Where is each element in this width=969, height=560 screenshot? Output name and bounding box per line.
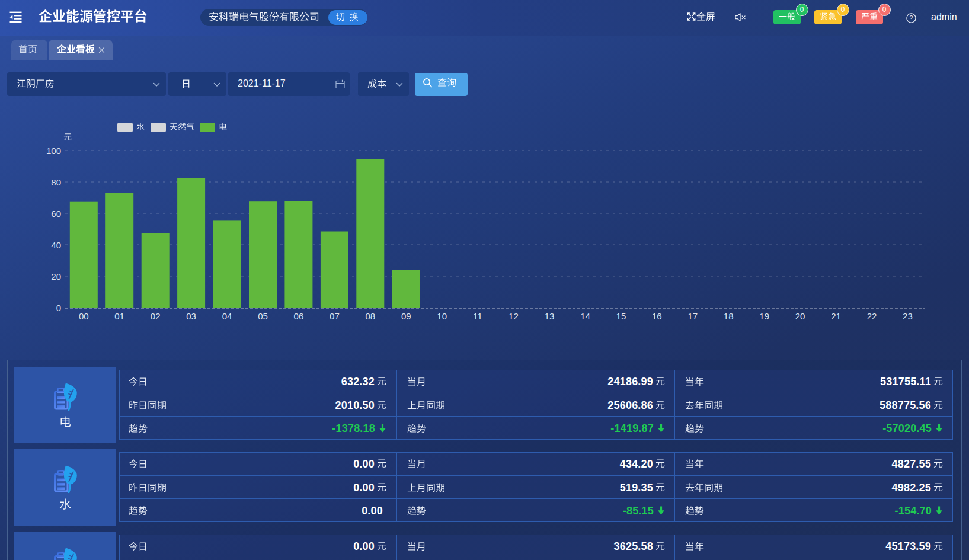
svg-text:20: 20: [51, 271, 61, 281]
svg-text:03: 03: [186, 311, 196, 321]
svg-text:00: 00: [79, 311, 89, 321]
svg-text:10: 10: [437, 311, 447, 321]
svg-text:17: 17: [687, 311, 698, 321]
svg-text:60: 60: [51, 209, 61, 219]
svg-text:?: ?: [910, 14, 913, 21]
svg-text:21: 21: [831, 311, 841, 321]
svg-text:06: 06: [294, 311, 304, 321]
svg-text:80: 80: [51, 177, 61, 187]
svg-text:07: 07: [330, 311, 340, 321]
svg-text:04: 04: [222, 311, 232, 321]
svg-text:23: 23: [903, 311, 913, 321]
svg-text:01: 01: [114, 311, 124, 321]
svg-text:12: 12: [509, 311, 519, 321]
svg-text:11: 11: [473, 311, 482, 321]
svg-text:02: 02: [151, 311, 161, 321]
svg-text:09: 09: [401, 311, 411, 321]
svg-text:22: 22: [867, 311, 877, 321]
svg-text:15: 15: [616, 311, 626, 321]
svg-text:40: 40: [51, 240, 61, 250]
svg-text:20: 20: [795, 311, 805, 321]
svg-text:13: 13: [545, 311, 555, 321]
svg-text:16: 16: [652, 311, 662, 321]
svg-text:08: 08: [365, 311, 375, 321]
svg-text:05: 05: [258, 311, 268, 321]
svg-text:19: 19: [759, 311, 769, 321]
svg-text:18: 18: [724, 311, 734, 321]
svg-text:14: 14: [580, 311, 590, 321]
svg-text:0: 0: [56, 303, 61, 313]
svg-text:100: 100: [46, 146, 61, 156]
